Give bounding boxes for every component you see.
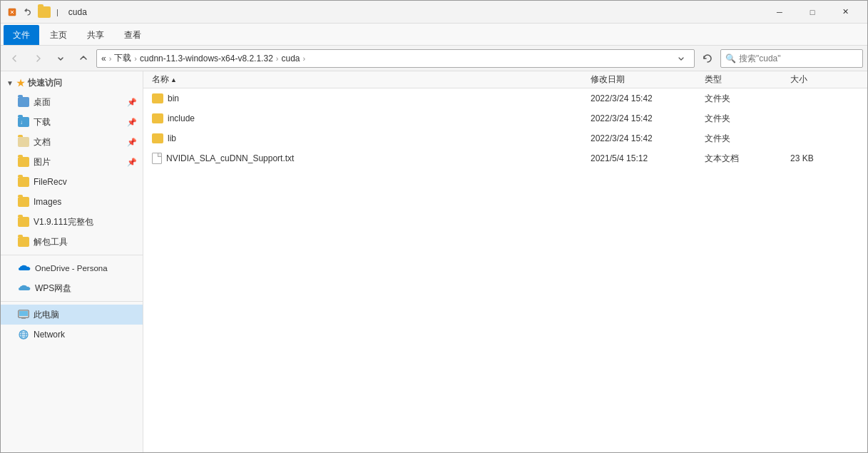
sidebar-item-pics[interactable]: 图片 📌 [1,152,143,172]
thispc-icon [18,309,29,320]
address-bar-area: « › 下载 › cudnn-11.3-windows-x64-v8.2.1.3… [1,46,867,71]
sidebar-item-filerecv[interactable]: FileRecv [1,172,143,192]
sidebar-item-label: 文档 [34,136,51,148]
tab-file[interactable]: 文件 [4,25,39,45]
pin-icon: 📌 [127,138,137,147]
sidebar: ▼ ★ 快速访问 桌面 📌 ↓ 下载 📌 文档 📌 图片 📌 [1,71,143,452]
sidebar-item-label: Images [34,197,61,207]
tab-home[interactable]: 主页 [41,25,76,45]
sidebar-item-docs[interactable]: 文档 📌 [1,132,143,152]
file-name-cell: bin [149,93,591,103]
file-type: 文件夹 [705,93,790,105]
window-controls: ─ □ ✕ [763,1,862,24]
folder-icon [152,133,163,143]
address-dropdown-button[interactable] [673,49,690,68]
sidebar-item-label: 此电脑 [34,309,59,321]
sidebar-item-wps[interactable]: WPS网盘 [1,278,143,298]
col-name-label: 名称 [152,73,169,86]
col-date-label: 修改日期 [591,73,625,86]
col-name[interactable]: 名称 ▲ [149,71,591,88]
file-date: 2022/3/24 15:42 [591,133,705,143]
title-pin-icon [6,6,18,18]
window-title: cuda [68,7,87,17]
col-date[interactable]: 修改日期 [591,71,705,88]
folder-icon [18,197,29,207]
title-undo-icon [22,6,34,18]
sidebar-divider2 [1,301,143,302]
recent-locations-button[interactable] [51,49,71,68]
file-type: 文件夹 [705,133,790,145]
sidebar-item-onedrive[interactable]: OneDrive - Persona [1,258,143,278]
file-name-cell: include [149,113,591,123]
network-icon [18,329,29,340]
breadcrumb-cudnn: cudnn-11.3-windows-x64-v8.2.1.32 [140,54,273,63]
file-size: 23 KB [790,153,862,163]
search-input[interactable] [739,54,858,63]
file-name: bin [168,93,179,103]
sidebar-item-desktop[interactable]: 桌面 📌 [1,92,143,112]
file-list-header: 名称 ▲ 修改日期 类型 大小 [143,71,867,88]
file-type: 文件夹 [705,113,790,125]
sidebar-item-thispc[interactable]: 此电脑 [1,305,143,325]
up-button[interactable] [73,49,93,68]
tab-share[interactable]: 共享 [78,25,113,45]
file-row-nvidia-sla[interactable]: NVIDIA_SLA_cuDNN_Support.txt 2021/5/4 15… [143,148,867,168]
file-row-lib[interactable]: lib 2022/3/24 15:42 文件夹 [143,128,867,148]
sidebar-item-label: FileRecv [34,177,67,187]
search-icon: 🔍 [725,54,736,63]
forward-button[interactable] [28,49,48,68]
folder-icon [18,217,29,227]
col-size[interactable]: 大小 [790,71,862,88]
search-box[interactable]: 🔍 [720,49,863,68]
maximize-button[interactable]: □ [796,1,829,24]
folder-icon: ↓ [18,117,29,127]
col-type[interactable]: 类型 [705,71,790,88]
ribbon-tabs: 文件 主页 共享 查看 [1,24,867,45]
sidebar-item-label: 下载 [34,116,51,128]
file-name: lib [168,133,176,143]
col-size-label: 大小 [790,73,807,86]
onedrive-icon [18,264,31,273]
sidebar-item-images[interactable]: Images [1,192,143,212]
sidebar-item-label: V1.9.111完整包 [34,216,93,228]
sidebar-item-downloads[interactable]: ↓ 下载 📌 [1,112,143,132]
title-bar: | cuda ─ □ ✕ [1,1,867,24]
star-icon: ★ [16,78,25,88]
sidebar-item-unpack[interactable]: 解包工具 [1,232,143,252]
sidebar-quickaccess-header[interactable]: ▼ ★ 快速访问 [1,74,143,92]
sidebar-item-label: OneDrive - Persona [35,264,108,273]
sidebar-divider [1,255,143,255]
folder-icon [18,177,29,187]
file-date: 2022/3/24 15:42 [591,113,705,123]
minimize-button[interactable]: ─ [763,1,796,24]
file-name-cell: lib [149,133,591,143]
ribbon: 文件 主页 共享 查看 [1,24,867,46]
sidebar-item-network[interactable]: Network [1,325,143,345]
sidebar-item-v1pack[interactable]: V1.9.111完整包 [1,212,143,232]
file-name-cell: NVIDIA_SLA_cuDNN_Support.txt [149,153,591,164]
sidebar-item-label: 解包工具 [34,236,68,248]
folder-icon [152,113,163,123]
title-folder-icon [38,6,51,18]
file-type: 文本文档 [705,153,790,165]
file-row-include[interactable]: include 2022/3/24 15:42 文件夹 [143,108,867,128]
title-bar-icons: | cuda [6,6,87,18]
back-button[interactable] [5,49,25,68]
folder-icon [152,93,163,103]
tab-view[interactable]: 查看 [115,25,150,45]
folder-icon [18,137,29,147]
address-box[interactable]: « › 下载 › cudnn-11.3-windows-x64-v8.2.1.3… [96,49,695,68]
file-name: include [168,113,195,123]
file-date: 2022/3/24 15:42 [591,93,705,103]
file-name: NVIDIA_SLA_cuDNN_Support.txt [166,153,294,163]
main-layout: ▼ ★ 快速访问 桌面 📌 ↓ 下载 📌 文档 📌 图片 📌 [1,71,867,452]
close-button[interactable]: ✕ [829,1,862,24]
folder-icon [18,237,29,247]
file-row-bin[interactable]: bin 2022/3/24 15:42 文件夹 [143,88,867,108]
chevron-down-icon: ▼ [6,79,14,87]
sort-arrow-icon: ▲ [170,76,177,83]
refresh-button[interactable] [698,49,718,68]
sidebar-item-label: 图片 [34,156,51,168]
file-date: 2021/5/4 15:12 [591,153,705,163]
sidebar-item-label: 桌面 [34,96,51,108]
